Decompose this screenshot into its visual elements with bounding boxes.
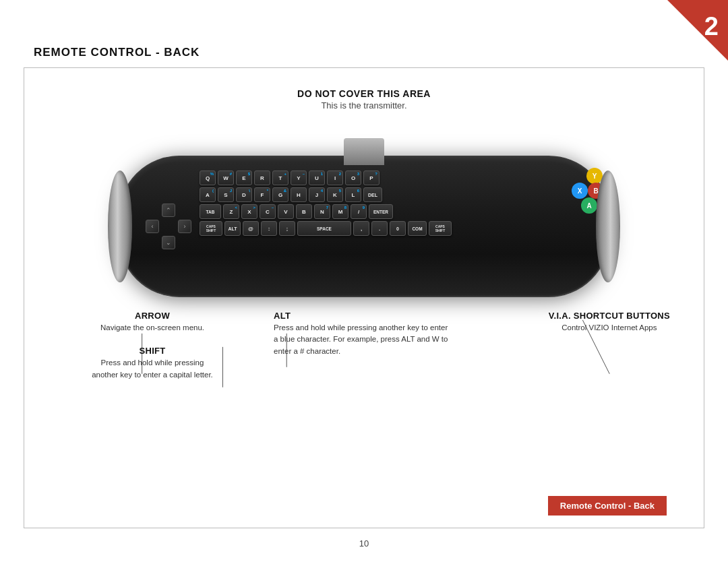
key-a[interactable]: A( xyxy=(200,187,216,202)
alt-title: ALT xyxy=(274,311,449,321)
shift-body: Press and hold while pressing another ke… xyxy=(92,357,213,381)
arrow-body: Navigate the on-screen menu. xyxy=(92,322,213,334)
key-p[interactable]: P? xyxy=(363,170,380,185)
label-alt: ALT Press and hold while pressing anothe… xyxy=(274,311,449,357)
key-d[interactable]: D\ xyxy=(236,187,252,202)
keyboard-row-1: Q% W# E$ R T+ Y– U1 I2 O3 P? xyxy=(200,170,593,185)
key-c[interactable]: C– xyxy=(260,204,276,219)
key-t[interactable]: T+ xyxy=(272,170,289,185)
key-l[interactable]: L6 xyxy=(345,187,361,202)
btn-x[interactable]: X xyxy=(572,183,588,199)
key-caps-left[interactable]: CAPSSHIFT xyxy=(200,221,222,236)
key-semicolon[interactable]: ; xyxy=(279,221,295,236)
page-number: 10 xyxy=(359,538,369,549)
key-alt[interactable]: ALT xyxy=(224,221,241,236)
key-space[interactable]: SPACE xyxy=(297,221,351,236)
key-g[interactable]: G& xyxy=(272,187,289,202)
key-m[interactable]: M8 xyxy=(332,204,348,219)
label-arrow: ARROW Navigate the on-screen menu. SHIFT… xyxy=(92,311,213,381)
key-n[interactable]: N7 xyxy=(314,204,330,219)
transmitter-description: This is the transmitter. xyxy=(24,100,704,111)
main-content-box: DO NOT COVER THIS AREA This is the trans… xyxy=(24,67,704,528)
transmitter-tab xyxy=(344,138,384,165)
section-title: REMOTE CONTROL - BACK xyxy=(34,46,200,59)
key-period[interactable]: . xyxy=(371,221,388,236)
arrow-up[interactable]: ⌃ xyxy=(162,204,175,217)
key-colon[interactable]: : xyxy=(261,221,277,236)
key-slash[interactable]: /9 xyxy=(351,204,367,219)
shift-title: SHIFT xyxy=(92,346,213,356)
via-body: Control VIZIO Internet Apps xyxy=(549,322,670,334)
key-i[interactable]: I2 xyxy=(327,170,343,185)
keyboard-row-2: A( SJ D\ F* G& H J4 K5 L6 DEL xyxy=(200,187,593,202)
key-zero[interactable]: 0 xyxy=(390,221,406,236)
key-r[interactable]: R xyxy=(254,170,270,185)
keyboard-row-3: TAB Z< X> C– V B N7 M8 /9 ENTER xyxy=(200,204,593,219)
arrow-down[interactable]: ⌄ xyxy=(162,236,175,249)
key-del[interactable]: DEL xyxy=(363,187,382,202)
key-k[interactable]: K5 xyxy=(327,187,343,202)
key-enter[interactable]: ENTER xyxy=(369,204,393,219)
btn-a[interactable]: A xyxy=(581,197,597,214)
via-title: V.I.A. SHORTCUT BUTTONS xyxy=(549,311,670,321)
key-s[interactable]: SJ xyxy=(218,187,234,202)
key-w[interactable]: W# xyxy=(218,170,234,185)
key-j[interactable]: J4 xyxy=(309,187,325,202)
keyboard-area: Q% W# E$ R T+ Y– U1 I2 O3 P? A( SJ D\ F* xyxy=(200,170,593,286)
key-at[interactable]: @ xyxy=(243,221,259,236)
key-e[interactable]: E$ xyxy=(236,170,252,185)
key-tab[interactable]: TAB xyxy=(200,204,221,219)
alt-body: Press and hold while pressing another ke… xyxy=(274,322,449,357)
key-v[interactable]: V xyxy=(278,204,294,219)
arrow-right[interactable]: › xyxy=(178,220,191,233)
chapter-number: 2 xyxy=(704,12,719,41)
key-q[interactable]: Q% xyxy=(200,170,216,185)
btn-b[interactable]: B xyxy=(588,183,604,199)
key-u[interactable]: U1 xyxy=(309,170,325,185)
arrow-title: ARROW xyxy=(92,311,213,321)
key-f[interactable]: F* xyxy=(254,187,270,202)
do-not-cover-text: DO NOT COVER THIS AREA xyxy=(24,88,704,99)
chapter-marker xyxy=(667,0,728,61)
btn-y[interactable]: Y xyxy=(586,168,603,184)
label-via: V.I.A. SHORTCUT BUTTONS Control VIZIO In… xyxy=(549,311,670,334)
key-o[interactable]: O3 xyxy=(345,170,361,185)
bottom-red-label: Remote Control - Back xyxy=(548,496,667,516)
key-x[interactable]: X> xyxy=(241,204,257,219)
key-com[interactable]: COM xyxy=(408,221,427,236)
key-caps-right[interactable]: CAPSSHIFT xyxy=(429,221,452,236)
key-z[interactable]: Z< xyxy=(223,204,239,219)
arrow-left[interactable]: ‹ xyxy=(146,220,159,233)
key-y[interactable]: Y– xyxy=(291,170,307,185)
key-b[interactable]: B xyxy=(296,204,312,219)
remote-body: ⌃ ‹ › ⌄ Q% W# E$ R T+ Y– U1 I2 O3 P xyxy=(119,156,609,297)
transmitter-note: DO NOT COVER THIS AREA This is the trans… xyxy=(24,88,704,111)
key-h[interactable]: H xyxy=(291,187,307,202)
key-comma[interactable]: , xyxy=(353,221,369,236)
arrow-keys: ⌃ ‹ › ⌄ xyxy=(146,204,191,249)
keyboard-row-4: CAPSSHIFT ALT @ : ; SPACE , . 0 COM CAPS… xyxy=(200,221,593,236)
